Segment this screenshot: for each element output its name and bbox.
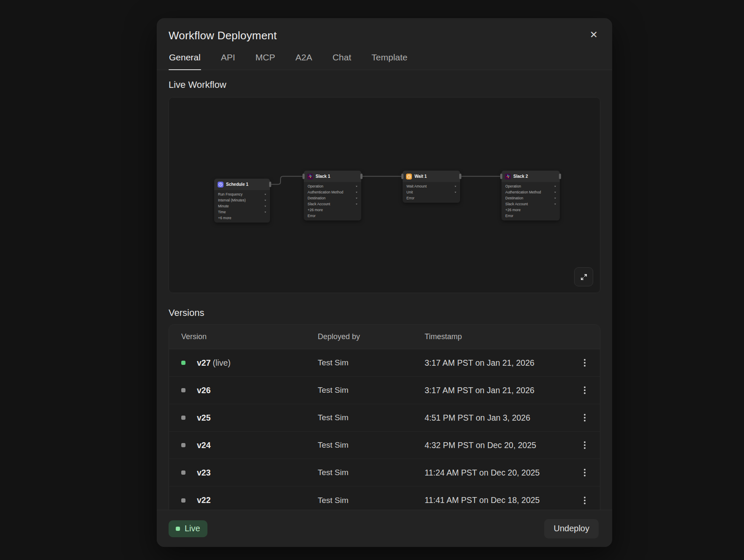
node-field[interactable]: +6 more <box>214 215 270 221</box>
close-button[interactable]: ✕ <box>588 29 600 41</box>
workflow-node-schedule-1[interactable]: Schedule 1 Run Frequency Interval (Minut… <box>214 179 270 223</box>
node-field-label: Unit <box>406 190 413 194</box>
workflow-node-wait-1[interactable]: Wait 1 Wait Amount Unit <box>403 171 460 203</box>
chevron-down-icon <box>264 206 266 207</box>
input-handle[interactable] <box>303 174 305 179</box>
version-status-dot <box>181 416 185 420</box>
node-field[interactable]: Wait Amount <box>403 183 460 189</box>
output-handle[interactable] <box>269 182 271 187</box>
kebab-menu-icon <box>584 444 586 446</box>
row-menu-button[interactable] <box>580 468 590 477</box>
chevron-down-icon <box>356 186 357 187</box>
timestamp-value: 4:51 PM PST on Jan 3, 2026 <box>425 413 573 423</box>
node-field-label: +26 more <box>505 208 521 212</box>
table-row: v25 Test Sim 4:51 PM PST on Jan 3, 2026 <box>169 404 600 432</box>
node-field-label: Slack Account <box>505 202 528 206</box>
workflow-node-slack-1[interactable]: Slack 1 Operation Authentication Method <box>304 171 361 220</box>
node-field-label: Operation <box>505 184 521 188</box>
node-field[interactable]: Time <box>214 209 270 215</box>
node-title: Slack 1 <box>316 174 330 179</box>
chevron-down-icon <box>455 186 456 187</box>
expand-canvas-button[interactable] <box>574 267 593 286</box>
chevron-down-icon <box>455 192 456 193</box>
node-field[interactable]: +26 more <box>501 207 560 213</box>
kebab-menu-icon <box>584 389 586 391</box>
node-field[interactable]: +26 more <box>304 207 361 213</box>
dialog-footer: Live Undeploy <box>157 510 612 547</box>
node-field-label: +6 more <box>218 216 231 220</box>
live-status-dot <box>176 527 180 531</box>
node-field[interactable]: Error <box>403 195 460 201</box>
node-field-label: Wait Amount <box>406 184 427 188</box>
live-status-badge: Live <box>169 520 207 537</box>
deployed-by-value: Test Sim <box>318 468 425 477</box>
chevron-down-icon <box>264 200 266 201</box>
clock-icon <box>218 182 223 188</box>
node-field-label: Error <box>505 214 513 218</box>
slack-icon <box>307 174 313 179</box>
version-live-suffix: (live) <box>213 358 231 367</box>
row-menu-button[interactable] <box>580 386 590 394</box>
node-field[interactable]: Unit <box>403 189 460 195</box>
kebab-menu-icon <box>584 417 586 419</box>
version-label: v23 <box>197 468 211 477</box>
node-field[interactable]: Minute <box>214 203 270 209</box>
node-field[interactable]: Operation <box>501 183 560 189</box>
node-field-label: Run Frequency <box>218 192 243 196</box>
expand-icon <box>580 273 588 281</box>
tab-general[interactable]: General <box>169 50 201 70</box>
output-handle[interactable] <box>459 174 461 179</box>
versions-table: Version Deployed by Timestamp v27(live) … <box>169 324 600 510</box>
row-menu-button[interactable] <box>580 441 590 449</box>
versions-heading: Versions <box>169 307 600 318</box>
workflow-node-slack-2[interactable]: Slack 2 Operation Authentication Method <box>501 171 560 220</box>
chevron-down-icon <box>554 198 556 199</box>
node-field-label: Error <box>406 196 414 200</box>
deployed-by-value: Test Sim <box>318 496 425 505</box>
table-row: v23 Test Sim 11:24 AM PST on Dec 20, 202… <box>169 459 600 487</box>
tab-mcp[interactable]: MCP <box>255 50 276 70</box>
chevron-down-icon <box>264 212 266 213</box>
deployed-by-value: Test Sim <box>318 413 425 422</box>
tab-api[interactable]: API <box>221 50 236 70</box>
node-field-label: Destination <box>308 196 326 200</box>
input-handle[interactable] <box>401 174 403 179</box>
table-row: v22 Test Sim 11:41 AM PST on Dec 18, 202… <box>169 487 600 510</box>
input-handle[interactable] <box>500 174 502 179</box>
row-menu-button[interactable] <box>580 496 590 505</box>
deployed-by-value: Test Sim <box>318 386 425 395</box>
row-menu-button[interactable] <box>580 359 590 367</box>
node-field[interactable]: Authentication Method <box>501 189 560 195</box>
version-status-dot <box>181 498 185 503</box>
chevron-down-icon <box>554 186 556 187</box>
dialog-header: Workflow Deployment ✕ General API MCP A2… <box>157 18 612 70</box>
output-handle[interactable] <box>559 174 561 179</box>
tab-chat[interactable]: Chat <box>332 50 352 70</box>
undeploy-button[interactable]: Undeploy <box>544 519 599 538</box>
tab-a2a[interactable]: A2A <box>295 50 313 70</box>
node-field[interactable]: Error <box>304 213 361 219</box>
node-field-label: Interval (Minutes) <box>218 198 246 202</box>
output-handle[interactable] <box>360 174 362 179</box>
timestamp-value: 4:32 PM PST on Dec 20, 2025 <box>425 440 573 450</box>
row-menu-button[interactable] <box>580 413 590 422</box>
versions-table-body: v27(live) Test Sim 3:17 AM PST on Jan 21… <box>169 349 600 510</box>
node-field[interactable]: Run Frequency <box>214 191 270 197</box>
live-status-label: Live <box>185 524 200 533</box>
tab-template[interactable]: Template <box>371 50 408 70</box>
deployed-by-value: Test Sim <box>318 440 425 450</box>
node-field[interactable]: Slack Account <box>501 201 560 207</box>
node-field[interactable]: Destination <box>304 195 361 201</box>
node-field[interactable]: Error <box>501 213 560 219</box>
node-field[interactable]: Authentication Method <box>304 189 361 195</box>
node-field[interactable]: Destination <box>501 195 560 201</box>
timestamp-value: 3:17 AM PST on Jan 21, 2026 <box>425 358 573 368</box>
workflow-canvas[interactable]: Schedule 1 Run Frequency Interval (Minut… <box>169 97 600 293</box>
node-field[interactable]: Interval (Minutes) <box>214 197 270 203</box>
chevron-down-icon <box>356 198 357 199</box>
node-field-label: Authentication Method <box>505 190 541 194</box>
node-field[interactable]: Slack Account <box>304 201 361 207</box>
node-field-label: Time <box>218 210 226 214</box>
node-field[interactable]: Operation <box>304 183 361 189</box>
timestamp-value: 11:24 AM PST on Dec 20, 2025 <box>425 468 573 478</box>
